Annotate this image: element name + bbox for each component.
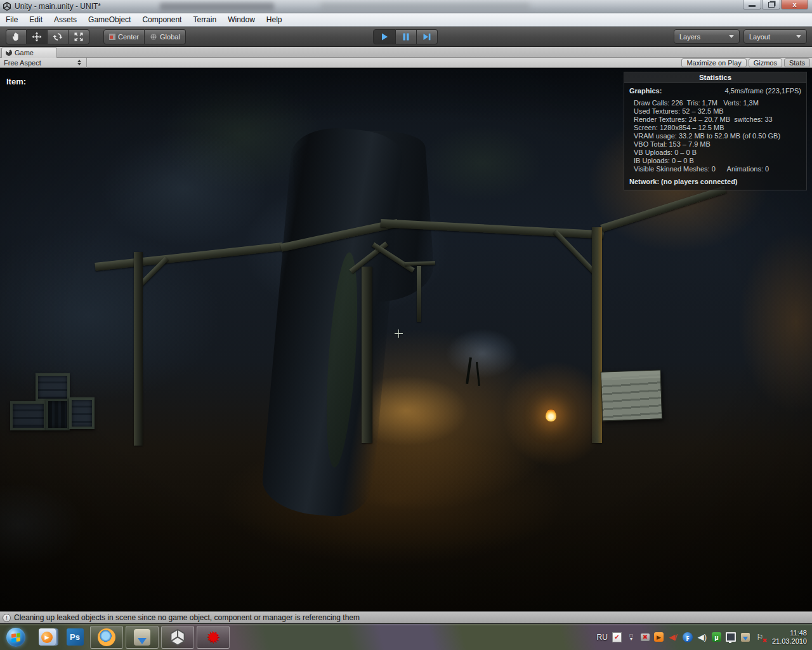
updown-arrows-icon	[77, 60, 81, 65]
start-button[interactable]	[6, 628, 25, 647]
network-icon[interactable]	[726, 632, 736, 642]
pause-icon	[401, 32, 411, 42]
step-button[interactable]	[417, 29, 438, 44]
layout-dropdown[interactable]: Layout	[743, 29, 807, 44]
game-tab-label: Game	[15, 49, 34, 56]
menu-gameobject[interactable]: GameObject	[82, 15, 136, 24]
media-player-icon: ▶	[39, 628, 56, 646]
title-blurred-text-2	[320, 3, 530, 10]
move-tool-button[interactable]	[27, 29, 48, 44]
tray-expand-button[interactable]: □▾	[626, 632, 636, 642]
close-button[interactable]: x	[781, 0, 808, 10]
console-status-message: Cleaning up leaked objects in scene sinc…	[14, 613, 360, 622]
game-tab-icon	[6, 50, 12, 56]
taskbar-unity-button[interactable]	[161, 626, 194, 649]
taskbar-firefox-button[interactable]	[90, 626, 123, 649]
restore-button[interactable]	[762, 0, 780, 10]
taskbar-download-master-button[interactable]	[126, 626, 159, 649]
maximize-on-play-button[interactable]: Maximize on Play	[681, 58, 746, 67]
scale-icon	[74, 32, 84, 42]
pivot-center-button[interactable]: Center	[103, 29, 145, 44]
taskbar-clock[interactable]: 11:48 21.03.2010	[772, 629, 807, 646]
stat-ib-uploads: IB Uploads: 0 – 0 B	[629, 157, 801, 165]
language-indicator[interactable]: RU	[597, 633, 608, 642]
unity-logo-icon	[3, 2, 11, 11]
frame-time-value: 4,5ms/frame (223,1FPS)	[725, 87, 801, 95]
stat-vb-uploads: VB Uploads: 0 – 0 B	[629, 149, 801, 157]
step-icon	[422, 32, 432, 42]
stat-screen: Screen: 1280x854 – 12.5 MB	[629, 124, 801, 132]
menu-terrain[interactable]: Terrain	[187, 15, 222, 24]
menu-help[interactable]: Help	[261, 15, 288, 24]
pan-tool-button[interactable]	[6, 29, 27, 44]
clock-date: 21.03.2010	[772, 637, 807, 646]
taskbar-wmp-icon[interactable]: ▶	[36, 627, 58, 648]
game-viewport[interactable]: Item: Statistics Graphics: 4,5ms/frame (…	[0, 68, 812, 611]
menu-edit[interactable]: Edit	[23, 15, 48, 24]
stat-skinned-meshes: Visible Skinned Meshes: 0 Animations: 0	[629, 165, 801, 173]
volume-icon[interactable]: ◀)	[697, 632, 707, 642]
photoshop-icon: Ps	[67, 628, 84, 646]
minimize-icon	[749, 5, 756, 7]
taskbar-photoshop-icon[interactable]: Ps	[64, 627, 86, 648]
scale-tool-button[interactable]	[69, 29, 89, 44]
rotation-global-button[interactable]: Global	[145, 29, 186, 44]
play-icon	[379, 32, 390, 42]
red-creature-icon: ✹	[206, 629, 220, 646]
menu-component[interactable]: Component	[136, 15, 187, 24]
tab-strip: Game	[0, 47, 812, 58]
muted-volume-icon[interactable]: ◀/	[668, 632, 678, 642]
system-tray: RU ✔ □▾ ✖ ▶ ◀/ ϝ ◀) µ ⚐✖ 11:48 21.03.201…	[597, 629, 812, 646]
taskbar-red-app-button[interactable]: ✹	[197, 626, 230, 649]
title-blurred-text	[160, 3, 274, 11]
action-center-flag-icon[interactable]: ⚐✖	[755, 632, 765, 642]
windows-taskbar: ▶ Ps ✹ RU ✔ □▾ ✖ ▶ ◀/ ϝ ◀) µ ⚐✖ 11:48 21…	[0, 623, 812, 650]
stat-draw-calls: Draw Calls: 226 Tris: 1,7M Verts: 1,3M	[629, 99, 801, 107]
center-icon	[109, 34, 115, 40]
tab-game[interactable]: Game	[1, 47, 57, 58]
statistics-panel: Statistics Graphics: 4,5ms/frame (223,1F…	[624, 72, 807, 190]
menu-file[interactable]: File	[0, 15, 23, 24]
layers-label: Layers	[679, 33, 700, 41]
pause-button[interactable]	[396, 29, 417, 44]
download-accelerator-icon[interactable]: ϝ	[683, 632, 693, 642]
aspect-dropdown[interactable]: Free Aspect	[0, 59, 86, 67]
notes-tray-icon[interactable]: ✔	[612, 632, 622, 642]
hand-icon	[11, 32, 22, 42]
download-master-icon	[134, 629, 150, 646]
menu-window[interactable]: Window	[222, 15, 261, 24]
statistics-title: Statistics	[624, 72, 806, 83]
rotate-tool-button[interactable]	[48, 29, 69, 44]
chevron-down-icon	[729, 35, 734, 38]
clock-time: 11:48	[772, 629, 807, 637]
restore-icon	[768, 2, 775, 8]
divider	[86, 58, 87, 68]
stat-used-textures: Used Textures: 52 – 32.5 MB	[629, 107, 801, 116]
chevron-down-icon	[796, 35, 801, 38]
play-button[interactable]	[373, 29, 396, 44]
unity-toolbar: Center Global Layers Layout	[0, 27, 812, 47]
layout-label: Layout	[749, 33, 770, 41]
menu-bar: File Edit Assets GameObject Component Te…	[0, 13, 812, 27]
menu-assets[interactable]: Assets	[48, 15, 82, 24]
minimize-button[interactable]	[743, 0, 761, 10]
downloader-tray-icon[interactable]	[740, 632, 750, 642]
player-tray-icon[interactable]: ▶	[654, 632, 664, 642]
hud-item-label: Item:	[6, 77, 26, 86]
global-label: Global	[160, 33, 180, 41]
gizmos-button[interactable]: Gizmos	[749, 58, 782, 67]
unity-icon	[169, 628, 187, 646]
window-title: Unity - main.unity - UNIT*	[15, 2, 101, 11]
stat-network: Network: (no players connected)	[629, 178, 801, 185]
stat-vbo: VBO Total: 153 – 7.9 MB	[629, 140, 801, 149]
stats-button[interactable]: Stats	[784, 58, 810, 67]
firefox-icon	[98, 628, 115, 646]
windows-flag-icon	[11, 633, 20, 642]
layers-dropdown[interactable]: Layers	[674, 29, 740, 44]
aspect-value: Free Aspect	[4, 59, 41, 67]
info-icon: !	[3, 614, 11, 622]
utorrent-icon[interactable]: µ	[712, 632, 721, 642]
game-view-controls: Free Aspect Maximize on Play Gizmos Stat…	[0, 58, 812, 68]
usb-eject-icon[interactable]: ✖	[641, 633, 650, 641]
status-bar[interactable]: ! Cleaning up leaked objects in scene si…	[0, 611, 812, 623]
